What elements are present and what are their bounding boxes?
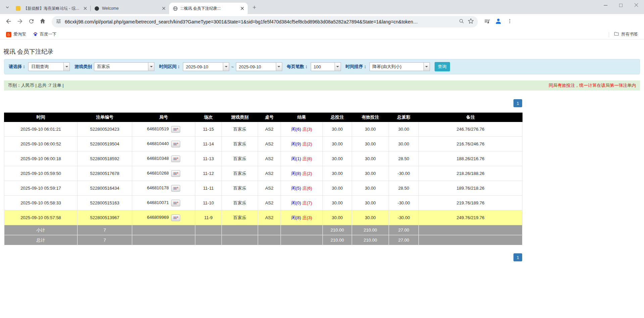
time-sort-select[interactable]: 降幂(由大到小) bbox=[369, 62, 430, 71]
tab-bet-records[interactable]: :::视讯 会员下注纪录::: bbox=[169, 3, 248, 14]
close-icon[interactable] bbox=[161, 6, 166, 11]
subtotal-total-bet: 210.00 bbox=[323, 225, 352, 235]
table-row: 2025-09-10 05:59:17 522800516434 6468101… bbox=[4, 181, 523, 196]
road-map-icon[interactable] bbox=[171, 141, 180, 147]
cell-round-no: 646810178 bbox=[132, 181, 195, 196]
forward-button[interactable] bbox=[14, 16, 26, 27]
close-window-button[interactable] bbox=[629, 0, 644, 11]
bookmark-taobao[interactable]: 爱淘宝 bbox=[4, 30, 28, 38]
cell-remark: 246.76/276.76 bbox=[419, 122, 523, 137]
cell-total-bet[interactable]: 30.00 bbox=[323, 181, 352, 196]
cell-session: 11-13 bbox=[195, 151, 222, 166]
chevron-down-icon[interactable] bbox=[223, 63, 229, 71]
road-map-icon[interactable] bbox=[171, 214, 180, 221]
bookmark-baidu[interactable]: 百度一下 bbox=[31, 30, 59, 39]
page-1-button[interactable]: 1 bbox=[513, 99, 522, 107]
road-map-icon[interactable] bbox=[171, 170, 180, 177]
profile-button[interactable] bbox=[493, 16, 504, 27]
chevron-down-icon[interactable] bbox=[63, 63, 69, 71]
site-settings-icon[interactable] bbox=[56, 18, 61, 25]
search-button[interactable]: 查询 bbox=[435, 62, 450, 71]
grand-total-total-bet: 210.00 bbox=[323, 235, 352, 245]
date-from-value[interactable]: 2025-09-10 bbox=[183, 63, 223, 71]
chevron-down-icon[interactable] bbox=[424, 63, 430, 71]
cell-bet-no: 522800518592 bbox=[78, 151, 132, 166]
date-to-input[interactable]: 2025-09-10 bbox=[236, 62, 282, 71]
table-row: 2025-09-10 05:59:50 522800517678 6468102… bbox=[4, 166, 523, 181]
browser-toolbar: 66cxkj98.com/ipl/portal.php/game/betreco… bbox=[0, 14, 644, 29]
game-type-select[interactable]: 百家乐 bbox=[94, 62, 154, 71]
media-controls-button[interactable] bbox=[481, 16, 493, 27]
all-bookmarks-button[interactable]: 所有书签 bbox=[612, 30, 640, 39]
page-size-input[interactable]: 100 bbox=[311, 62, 341, 71]
cell-session: 11-14 bbox=[195, 137, 222, 151]
chevron-down-icon[interactable] bbox=[148, 63, 154, 71]
cell-total-bet[interactable]: 30.00 bbox=[323, 151, 352, 166]
back-button[interactable] bbox=[3, 16, 14, 27]
plus-icon bbox=[252, 5, 257, 11]
tab-search-button[interactable] bbox=[3, 3, 12, 13]
grand-total-payout: 27.00 bbox=[389, 235, 419, 245]
header-payout: 总派彩 bbox=[389, 113, 419, 122]
query-type-select[interactable]: 日期查询 bbox=[28, 62, 70, 71]
page-size-label: 每页笔数： bbox=[287, 64, 309, 70]
cell-result: 闲(9)庄(2) bbox=[281, 137, 323, 151]
cell-session: 11-15 bbox=[195, 122, 222, 137]
date-to-value[interactable]: 2025-09-10 bbox=[236, 63, 276, 71]
cell-game-type: 百家乐 bbox=[222, 210, 258, 225]
result-player: 闲(6) bbox=[291, 127, 301, 132]
date-from-input[interactable]: 2025-09-10 bbox=[183, 62, 229, 71]
cell-valid-bet: 30.00 bbox=[352, 196, 389, 210]
road-map-icon[interactable] bbox=[171, 126, 180, 133]
cell-total-bet[interactable]: 30.00 bbox=[323, 196, 352, 210]
close-icon bbox=[634, 2, 638, 8]
road-map-icon[interactable] bbox=[171, 155, 180, 162]
result-banker: 庄(3) bbox=[302, 215, 312, 220]
refresh-icon bbox=[28, 18, 35, 26]
cell-round-no: 646810519 bbox=[132, 122, 195, 137]
new-tab-button[interactable] bbox=[250, 3, 259, 13]
subtotal-valid-bet: 210.00 bbox=[352, 225, 389, 235]
time-sort-value[interactable]: 降幂(由大到小) bbox=[370, 63, 424, 71]
dark-circle-icon bbox=[94, 6, 99, 11]
road-map-icon[interactable] bbox=[171, 185, 180, 192]
profile-avatar-icon bbox=[495, 17, 502, 26]
zoom-icon[interactable] bbox=[459, 18, 464, 25]
cell-total-bet[interactable]: 30.00 bbox=[323, 137, 352, 151]
result-banker: 庄(8) bbox=[302, 156, 312, 161]
cell-result: 闲(1)庄(8) bbox=[281, 151, 323, 166]
cell-round-no: 646810348 bbox=[132, 151, 195, 166]
bookmark-star-icon[interactable] bbox=[468, 18, 474, 25]
url-text[interactable]: 66cxkj98.com/ipl/portal.php/game/betreco… bbox=[65, 19, 455, 24]
page-1-button[interactable]: 1 bbox=[513, 253, 522, 261]
chevron-down-icon[interactable] bbox=[276, 63, 282, 71]
close-icon[interactable] bbox=[240, 6, 245, 11]
cell-total-bet[interactable]: 30.00 bbox=[323, 122, 352, 137]
tab-forum[interactable]: 【新提醒】海燕策略论坛 - 综合... bbox=[12, 3, 91, 14]
game-type-value[interactable]: 百家乐 bbox=[94, 63, 148, 71]
cell-total-bet[interactable]: 30.00 bbox=[323, 210, 352, 225]
grand-total-label: 总计 bbox=[4, 235, 78, 245]
page-size-value[interactable]: 100 bbox=[311, 63, 335, 71]
cell-total-bet[interactable]: 30.00 bbox=[323, 166, 352, 181]
select-type-label: 请选择： bbox=[9, 64, 26, 70]
cell-session: 11-12 bbox=[195, 166, 222, 181]
query-type-value[interactable]: 日期查询 bbox=[29, 63, 63, 71]
chevron-down-icon[interactable] bbox=[335, 63, 341, 71]
minimize-button[interactable] bbox=[598, 0, 613, 11]
omnibox[interactable]: 66cxkj98.com/ipl/portal.php/game/betreco… bbox=[52, 16, 478, 27]
bet-records-table: 时间 注单编号 局号 场次 游戏类别 桌号 结果 总投注 有效投注 总派彩 备注… bbox=[4, 113, 523, 245]
table-row: 2025-09-10 06:00:52 522800519504 6468104… bbox=[4, 137, 523, 151]
round-no-value: 646810071 bbox=[147, 200, 169, 205]
close-icon[interactable] bbox=[83, 6, 88, 11]
tab-welcome[interactable]: Welcome bbox=[91, 3, 169, 14]
browser-menu-button[interactable] bbox=[504, 16, 515, 27]
maximize-button[interactable] bbox=[613, 0, 629, 11]
home-icon bbox=[39, 18, 46, 26]
cell-session: 11-9 bbox=[195, 210, 222, 225]
cell-valid-bet: 30.00 bbox=[352, 151, 389, 166]
refresh-button[interactable] bbox=[26, 16, 37, 27]
cell-result: 闲(0)庄(7) bbox=[281, 196, 323, 210]
road-map-icon[interactable] bbox=[171, 200, 180, 206]
home-button[interactable] bbox=[37, 16, 48, 27]
